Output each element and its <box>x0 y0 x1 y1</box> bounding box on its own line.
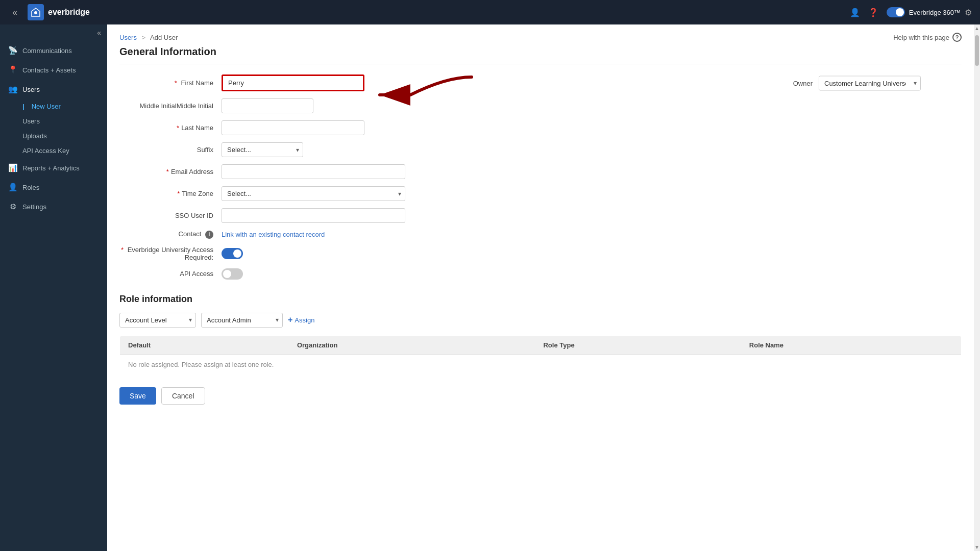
svg-point-0 <box>34 11 37 14</box>
sidebar-item-reports-analytics[interactable]: 📊 Reports + Analytics <box>0 158 107 178</box>
role-table-empty-message: No role assigned. Please assign at least… <box>120 354 962 374</box>
sidebar-item-label-reports: Reports + Analytics <box>22 164 80 172</box>
sidebar-item-label-settings: Settings <box>22 203 46 211</box>
sidebar-item-users[interactable]: 👥 Users <box>0 80 107 99</box>
scroll-up-arrow[interactable]: ▲ <box>974 26 979 31</box>
plus-icon: + <box>288 315 292 324</box>
sidebar-item-settings[interactable]: ⚙ Settings <box>0 197 107 216</box>
new-user-indicator: | <box>22 103 24 110</box>
collapse-sidebar-button[interactable]: « <box>8 5 21 20</box>
everbridge-university-label: * Everbridge University Access Required: <box>119 246 222 261</box>
last-name-label: *Last Name <box>119 124 222 132</box>
360-settings-icon[interactable]: ⚙ <box>965 8 972 17</box>
suffix-select[interactable]: Select... Jr. Sr. II III <box>222 142 303 157</box>
first-name-row-wrapper: * First Name <box>119 74 962 91</box>
api-access-toggle[interactable] <box>222 268 243 280</box>
main-content: Users > Add User Help with this page ? G… <box>107 24 974 551</box>
help-link-label: Help with this page <box>893 34 949 41</box>
role-table-header: Default Organization Role Type Role Name <box>120 336 962 354</box>
sidebar-sub-users: | New User Users Uploads API Access Key <box>0 99 107 158</box>
user-icon[interactable]: 👤 <box>850 8 860 17</box>
role-table-empty-row: No role assigned. Please assign at least… <box>120 354 962 374</box>
logo-icon <box>28 4 44 20</box>
role-section-title: Role information <box>119 294 962 305</box>
sidebar-collapse: « <box>0 24 107 41</box>
assign-label: Assign <box>295 316 314 324</box>
contact-info-icon[interactable]: i <box>205 231 213 239</box>
topbar-left: « everbridge <box>8 4 90 20</box>
last-name-input[interactable] <box>222 120 364 135</box>
timezone-select-wrapper: Select... <box>222 186 405 201</box>
middle-initial-row: Middle InitialMiddle Initial <box>119 98 962 113</box>
sso-user-id-label: SSO User ID <box>119 212 222 219</box>
save-button[interactable]: Save <box>119 387 156 405</box>
breadcrumb: Users > Add User Help with this page ? <box>107 24 974 46</box>
sidebar-item-label-contacts: Contacts + Assets <box>22 66 76 74</box>
scroll-down-arrow[interactable]: ▼ <box>974 544 979 550</box>
roles-icon: 👤 <box>8 183 17 192</box>
middle-initial-input[interactable] <box>222 98 313 113</box>
timezone-select[interactable]: Select... <box>222 186 405 201</box>
sidebar-item-users-list[interactable]: Users <box>22 114 107 129</box>
timezone-row: *Time Zone Select... <box>119 186 962 201</box>
suffix-select-wrapper: Select... Jr. Sr. II III <box>222 142 303 157</box>
sidebar-item-roles[interactable]: 👤 Roles <box>0 178 107 197</box>
email-label: *Email Address <box>119 168 222 176</box>
role-table-body: No role assigned. Please assign at least… <box>120 354 962 374</box>
role-table: Default Organization Role Type Role Name… <box>119 336 962 375</box>
role-information-section: Role information Account Level Organizat… <box>119 294 962 375</box>
help-circle-icon: ? <box>952 33 962 42</box>
sidebar-item-contacts-assets[interactable]: 📍 Contacts + Assets <box>0 60 107 80</box>
email-required-star: * <box>166 168 169 176</box>
col-organization: Organization <box>289 336 535 354</box>
university-toggle-slider <box>222 248 243 259</box>
sidebar-item-communications[interactable]: 📡 Communications <box>0 41 107 60</box>
timezone-required-star: * <box>177 190 180 197</box>
role-table-header-row: Default Organization Role Type Role Name <box>120 336 962 354</box>
sso-user-id-input[interactable] <box>222 208 405 223</box>
contacts-assets-icon: 📍 <box>8 65 17 74</box>
form-area: General Information * First Name <box>107 46 974 551</box>
first-name-input[interactable] <box>222 74 364 91</box>
help-link[interactable]: Help with this page ? <box>893 33 962 42</box>
action-buttons: Save Cancel <box>119 387 962 405</box>
breadcrumb-current: Add User <box>150 34 178 41</box>
contact-label: Contact i <box>119 230 222 239</box>
sidebar-item-new-user[interactable]: | New User <box>22 99 107 114</box>
sidebar-item-uploads[interactable]: Uploads <box>22 129 107 143</box>
everbridge-university-row: * Everbridge University Access Required: <box>119 246 962 261</box>
email-input[interactable] <box>222 164 405 179</box>
sidebar-item-api-access-key[interactable]: API Access Key <box>22 143 107 158</box>
owner-section: Owner Customer Learning Universe <box>793 76 921 90</box>
sidebar-item-label-users: Users <box>22 86 40 93</box>
scrollbar[interactable]: ▲ ▼ <box>974 24 980 551</box>
account-admin-select[interactable]: Account Admin Account Manager Account Me… <box>201 313 283 328</box>
scroll-thumb[interactable] <box>975 35 979 66</box>
owner-select[interactable]: Customer Learning Universe <box>819 76 921 90</box>
topbar-right: 👤 ❓ Everbridge 360™ ⚙ <box>850 7 972 17</box>
sidebar-item-label-uploads: Uploads <box>22 132 47 140</box>
topbar: « everbridge 👤 ❓ Everbridge 360™ ⚙ <box>0 0 980 24</box>
role-assign-row: Account Level Organization Level Account… <box>119 313 962 328</box>
api-toggle-slider <box>222 268 243 280</box>
360-toggle-switch[interactable] <box>887 7 905 17</box>
everbridge-360-toggle[interactable]: Everbridge 360™ ⚙ <box>887 7 972 17</box>
sidebar-collapse-button[interactable]: « <box>97 29 101 37</box>
help-icon[interactable]: ❓ <box>868 8 878 17</box>
account-level-select[interactable]: Account Level Organization Level <box>119 313 196 328</box>
col-role-type: Role Type <box>535 336 741 354</box>
account-admin-wrapper: Account Admin Account Manager Account Me… <box>201 313 283 328</box>
contact-link[interactable]: Link with an existing contact record <box>222 231 325 238</box>
sidebar-item-label-new-user: New User <box>32 103 61 110</box>
cancel-button[interactable]: Cancel <box>161 387 205 405</box>
reports-analytics-icon: 📊 <box>8 163 17 172</box>
assign-button[interactable]: + Assign <box>288 315 314 324</box>
sidebar-item-label-roles: Roles <box>22 184 39 191</box>
first-name-required-star: * <box>175 79 177 87</box>
sso-user-id-row: SSO User ID <box>119 208 962 223</box>
timezone-label: *Time Zone <box>119 190 222 197</box>
breadcrumb-users-link[interactable]: Users <box>119 34 137 41</box>
everbridge-university-toggle[interactable] <box>222 248 243 259</box>
suffix-label: Suffix <box>119 146 222 154</box>
first-name-row: * First Name <box>119 74 962 91</box>
